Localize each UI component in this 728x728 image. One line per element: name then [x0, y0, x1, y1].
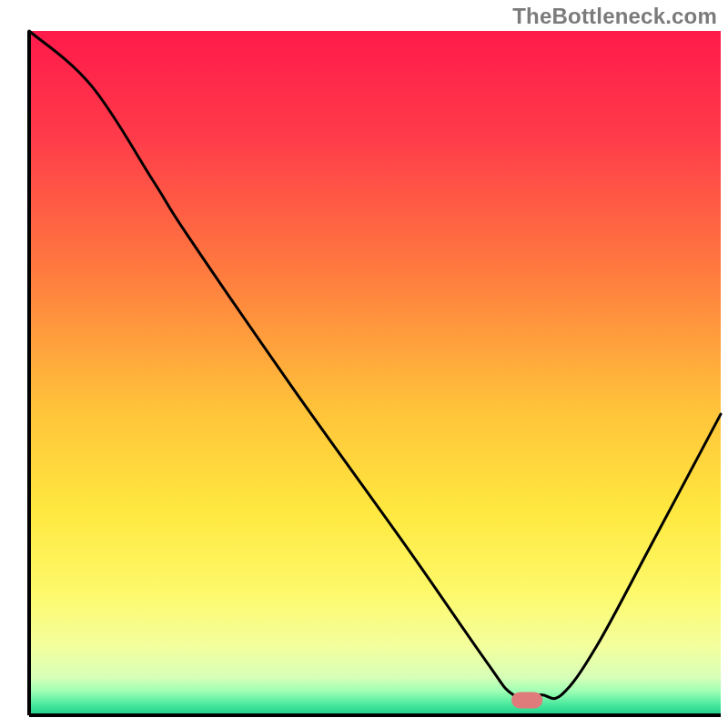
gradient-background [29, 31, 721, 715]
bottleneck-chart [0, 0, 728, 728]
chart-stage: TheBottleneck.com [0, 0, 728, 728]
marker-optimal-point [511, 692, 542, 708]
